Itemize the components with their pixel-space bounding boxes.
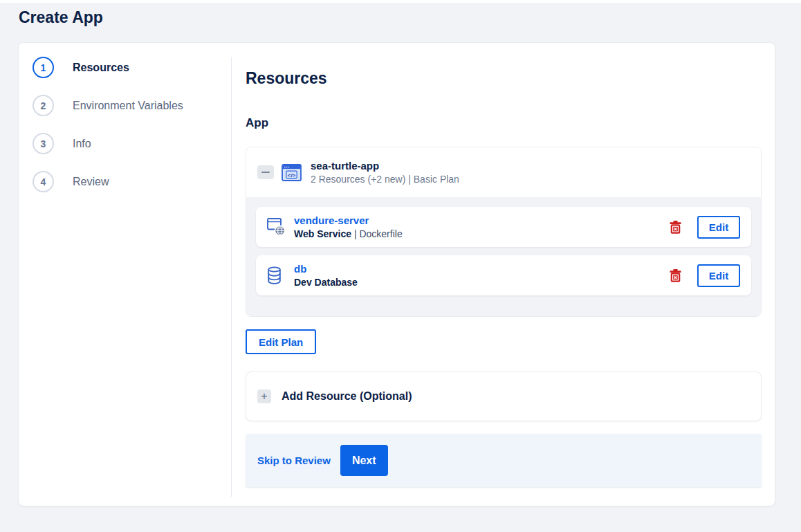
resource-text-block: vendure-server Web Service | Dockerfile xyxy=(294,214,403,239)
trash-icon xyxy=(670,221,681,234)
add-resource-label: Add Resource (Optional) xyxy=(282,390,412,403)
svg-text:</>: </> xyxy=(288,172,296,178)
resource-subtitle: Web Service | Dockerfile xyxy=(294,228,403,239)
stepper-item-review[interactable]: 4 Review xyxy=(33,171,231,192)
resource-name-link[interactable]: db xyxy=(294,263,358,275)
step-number: 3 xyxy=(33,133,54,154)
stepper-item-info[interactable]: 3 Info xyxy=(33,133,231,154)
app-meta: 2 Resources (+2 new) | Basic Plan xyxy=(311,174,459,185)
app-card: </> sea-turtle-app 2 Resources (+2 new) … xyxy=(246,147,762,317)
app-title-block: sea-turtle-app 2 Resources (+2 new) | Ba… xyxy=(311,160,459,185)
create-app-card: 1 Resources 2 Environment Variables 3 In… xyxy=(18,42,775,506)
trash-icon xyxy=(670,269,681,282)
edit-plan-button[interactable]: Edit Plan xyxy=(246,329,316,354)
app-resources-list: vendure-server Web Service | Dockerfile xyxy=(246,197,761,316)
step-number: 4 xyxy=(33,171,54,192)
step-label: Review xyxy=(73,176,109,188)
step-number: 2 xyxy=(33,95,54,116)
step-label: Info xyxy=(73,138,91,150)
row-actions: Edit xyxy=(670,216,740,239)
app-section-label: App xyxy=(246,116,762,130)
stepper-item-resources[interactable]: 1 Resources xyxy=(33,57,231,78)
add-resource-section[interactable]: + Add Resource (Optional) xyxy=(246,372,762,421)
collapse-button[interactable] xyxy=(257,165,274,179)
row-actions: Edit xyxy=(670,264,740,287)
edit-resource-button[interactable]: Edit xyxy=(697,216,740,239)
resource-text-block: db Dev Database xyxy=(294,263,358,288)
database-icon xyxy=(267,266,286,285)
step-label: Resources xyxy=(73,62,129,74)
step-label: Environment Variables xyxy=(73,100,183,112)
resource-name-link[interactable]: vendure-server xyxy=(294,214,403,226)
app-card-header: </> sea-turtle-app 2 Resources (+2 new) … xyxy=(246,147,761,197)
resource-row-db: db Dev Database xyxy=(256,255,751,295)
plus-icon: + xyxy=(257,389,271,403)
resource-subtitle: Dev Database xyxy=(294,277,358,288)
step-number: 1 xyxy=(33,57,54,78)
skip-to-review-link[interactable]: Skip to Review xyxy=(257,455,331,466)
stepper: 1 Resources 2 Environment Variables 3 In… xyxy=(19,43,231,506)
app-code-window-icon: </> xyxy=(282,164,302,181)
resource-row-vendure-server: vendure-server Web Service | Dockerfile xyxy=(256,207,751,247)
vertical-divider xyxy=(231,57,232,497)
delete-resource-button[interactable] xyxy=(670,221,681,234)
resource-type: Web Service xyxy=(294,228,351,239)
stepper-item-environment-variables[interactable]: 2 Environment Variables xyxy=(33,95,231,116)
footer-actions: Skip to Review Next xyxy=(246,434,762,487)
resource-type: Dev Database xyxy=(294,277,358,288)
top-strip xyxy=(0,0,801,3)
minus-icon xyxy=(261,172,270,173)
web-service-icon xyxy=(267,218,286,236)
edit-resource-button[interactable]: Edit xyxy=(697,264,740,287)
app-name: sea-turtle-app xyxy=(311,160,459,172)
page-title: Create App xyxy=(19,8,801,27)
delete-resource-button[interactable] xyxy=(670,269,681,282)
content-heading: Resources xyxy=(246,69,762,88)
resource-detail: | Dockerfile xyxy=(354,228,403,239)
next-button[interactable]: Next xyxy=(340,445,388,476)
content-panel: Resources App </> sea-turtle-ap xyxy=(231,43,775,506)
